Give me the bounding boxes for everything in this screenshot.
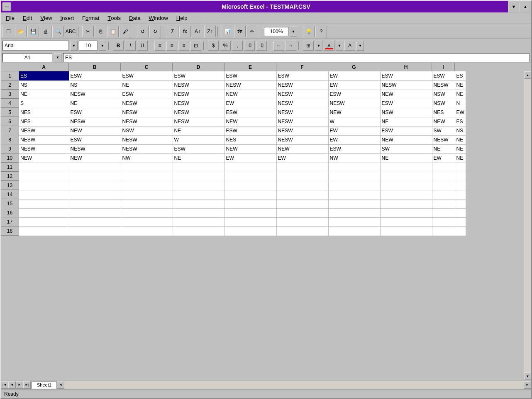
increase-indent-button[interactable]: → [286,41,296,51]
cell-14-3[interactable] [173,190,225,199]
cell-5-3[interactable]: NESW [173,108,225,117]
cell-11-1[interactable] [69,163,121,172]
cell-3-2[interactable]: ESW [121,90,173,99]
row-header-12[interactable]: 12 [1,172,19,181]
cell-2-1[interactable]: NS [69,80,121,90]
col-header-b[interactable]: B [69,63,121,71]
cell-3-1[interactable]: NESW [69,90,121,99]
cell-5-9[interactable]: EW [455,108,466,117]
cell-14-2[interactable] [121,190,173,199]
font-size-box[interactable]: 10 [79,41,98,51]
row-header-8[interactable]: 8 [1,135,19,144]
cell-10-3[interactable]: NE [173,153,225,163]
cell-9-0[interactable]: NESW [19,144,69,153]
row-header-6[interactable]: 6 [1,117,19,126]
cell-9-5[interactable]: NEW [276,144,328,153]
cell-1-1[interactable]: ESW [69,71,121,80]
cell-16-3[interactable] [173,208,225,217]
cell-16-2[interactable] [121,208,173,217]
cell-12-0[interactable] [19,172,69,181]
cell-3-6[interactable]: ESW [328,90,380,99]
cell-4-9[interactable]: N [455,99,466,108]
cell-14-0[interactable] [19,190,69,199]
merge-center-button[interactable]: ⊡ [190,41,201,51]
cell-12-9[interactable] [455,172,466,181]
row-header-5[interactable]: 5 [1,108,19,117]
name-box[interactable]: A1 [2,53,52,62]
cell-9-1[interactable]: NESW [69,144,121,153]
cell-8-0[interactable]: NESW [19,135,69,144]
cell-13-3[interactable] [173,181,225,190]
row-header-15[interactable]: 15 [1,199,19,208]
cell-15-3[interactable] [173,199,225,208]
cell-13-9[interactable] [455,181,466,190]
cell-9-8[interactable]: NE [432,144,455,153]
cell-10-2[interactable]: NW [121,153,173,163]
cell-14-9[interactable] [455,190,466,199]
zoom-control[interactable]: 100% [264,27,289,36]
col-header-c[interactable]: C [121,63,173,71]
cell-7-7[interactable]: ESW [380,126,432,135]
cell-2-7[interactable]: NESW [380,80,432,90]
cell-14-8[interactable] [432,190,455,199]
cell-7-0[interactable]: NESW [19,126,69,135]
cell-12-6[interactable] [328,172,380,181]
increase-decimal-button[interactable]: .0 [244,41,255,51]
cell-2-4[interactable]: NESW [225,80,276,90]
sort-desc-button[interactable]: Z↑ [204,26,216,37]
drawing-button[interactable]: ✏ [246,26,258,37]
first-sheet-button[interactable]: |◄ [1,381,8,389]
prev-sheet-button[interactable]: ◄ [8,381,16,389]
new-button[interactable]: ☐ [2,26,14,37]
cell-10-6[interactable]: NW [328,153,380,163]
cell-15-1[interactable] [69,199,121,208]
menu-view[interactable]: View [36,12,56,24]
cell-6-0[interactable]: NES [19,117,69,126]
scroll-down-button[interactable]: ▼ [524,372,532,380]
cell-7-3[interactable]: NE [173,126,225,135]
font-size-dropdown[interactable]: ▼ [99,41,106,51]
cell-1-9[interactable]: ES [455,71,466,80]
function-wizard-button[interactable]: fx [179,26,191,37]
cell-4-2[interactable]: NESW [121,99,173,108]
scroll-left-button[interactable]: ◄ [57,381,64,389]
spell-check-button[interactable]: ABC [65,26,76,37]
cell-16-4[interactable] [225,208,276,217]
cell-5-7[interactable]: NSW [380,108,432,117]
cell-4-3[interactable]: NESW [173,99,225,108]
tip-wizard-button[interactable]: 💡 [303,26,315,37]
autosum-button[interactable]: Σ [167,26,178,37]
cell-17-0[interactable] [19,217,69,226]
redo-button[interactable]: ↻ [149,26,161,37]
cell-18-5[interactable] [276,226,328,236]
cell-16-8[interactable] [432,208,455,217]
cell-17-5[interactable] [276,217,328,226]
cell-6-3[interactable]: NESW [173,117,225,126]
cell-18-6[interactable] [328,226,380,236]
cell-6-6[interactable]: W [328,117,380,126]
cell-5-4[interactable]: ESW [225,108,276,117]
cell-6-7[interactable]: NE [380,117,432,126]
cell-3-0[interactable]: NE [19,90,69,99]
cell-10-1[interactable]: NEW [69,153,121,163]
percent-button[interactable]: % [220,41,231,51]
cell-15-0[interactable] [19,199,69,208]
cell-15-4[interactable] [225,199,276,208]
zoom-dropdown[interactable]: ▼ [290,27,297,36]
cell-3-9[interactable]: NE [455,90,466,99]
row-header-13[interactable]: 13 [1,181,19,190]
cell-6-9[interactable]: ES [455,117,466,126]
cell-7-4[interactable]: ESW [225,126,276,135]
undo-button[interactable]: ↺ [137,26,149,37]
cell-10-8[interactable]: EW [432,153,455,163]
row-header-10[interactable]: 10 [1,153,19,163]
cell-5-5[interactable]: NESW [276,108,328,117]
cell-18-8[interactable] [432,226,455,236]
cell-9-7[interactable]: SW [380,144,432,153]
cell-11-4[interactable] [225,163,276,172]
cell-15-2[interactable] [121,199,173,208]
cell-3-4[interactable]: NEW [225,90,276,99]
open-button[interactable]: 📂 [15,26,27,37]
cell-13-6[interactable] [328,181,380,190]
bold-button[interactable]: B [113,41,124,51]
